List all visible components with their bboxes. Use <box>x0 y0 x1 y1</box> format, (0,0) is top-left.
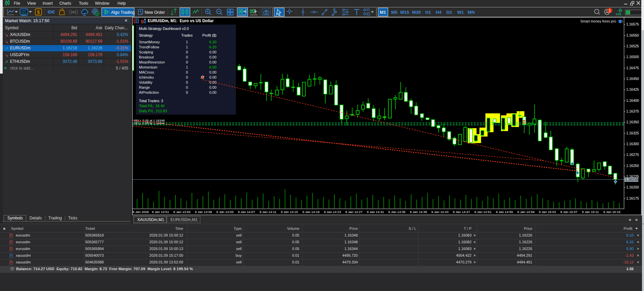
svg-text:Total Trades: 3: Total Trades: 3 <box>139 99 163 103</box>
svg-text:H4: H4 <box>436 10 442 15</box>
svg-text:9 Jan 15:15: 9 Jan 15:15 <box>603 210 621 214</box>
svg-text:0.00: 0.00 <box>209 50 216 54</box>
svg-text:9 Jan 14:19: 9 Jan 14:19 <box>302 210 319 214</box>
svg-text:9 Jan 14:35: 9 Jan 14:35 <box>388 210 406 214</box>
svg-text:MeanReversion: MeanReversion <box>139 60 165 64</box>
svg-text:0: 0 <box>186 80 188 84</box>
svg-text:1.16175: 1.16175 <box>626 196 639 200</box>
svg-text:Volatility: Volatility <box>139 80 153 84</box>
svg-text:1.16375: 1.16375 <box>626 109 639 113</box>
svg-text:EURUSDm, M1: Euro vs US Dolla: EURUSDm, M1: Euro vs US Dollar <box>148 18 214 23</box>
svg-text:6.20: 6.20 <box>209 45 216 49</box>
svg-text:1.16275: 1.16275 <box>626 153 639 157</box>
svg-text:1: 1 <box>609 8 611 13</box>
svg-text:Algo Trading: Algo Trading <box>111 10 135 15</box>
svg-text:9 Jan 2026: 9 Jan 2026 <box>133 210 149 214</box>
svg-text:Smart money forex pro: Smart money forex pro <box>580 19 616 23</box>
svg-text:SmartMoney: SmartMoney <box>139 40 160 44</box>
svg-text:0: 0 <box>186 90 188 94</box>
svg-text:AIPrediction: AIPrediction <box>139 90 159 94</box>
svg-text:0: 0 <box>186 85 188 89</box>
svg-text:Multi-Strategy Dashboard v3.0: Multi-Strategy Dashboard v3.0 <box>139 27 189 31</box>
svg-text:LVL: LVL <box>616 12 622 16</box>
svg-text:1.16525: 1.16525 <box>626 44 639 48</box>
svg-text:0.00: 0.00 <box>209 75 216 79</box>
svg-text:9 Jan 14:23: 9 Jan 14:23 <box>324 210 341 214</box>
svg-text:W1: W1 <box>457 10 464 15</box>
svg-text:9 Jan 14:47: 9 Jan 14:47 <box>453 210 470 214</box>
svg-text:H1: H1 <box>425 10 431 15</box>
svg-text:1.16425: 1.16425 <box>626 87 639 91</box>
svg-text:1.16250: 1.16250 <box>626 164 639 168</box>
svg-text:Trades: Trades <box>181 33 193 37</box>
svg-text:0: 0 <box>186 50 188 54</box>
svg-text:IDE: IDE <box>48 9 55 14</box>
svg-text:9 Jan 14:15: 9 Jan 14:15 <box>281 210 298 214</box>
svg-text:1.16475: 1.16475 <box>626 66 639 70</box>
svg-text:D1: D1 <box>446 10 452 15</box>
svg-text:9 Jan 14:11: 9 Jan 14:11 <box>259 210 276 214</box>
svg-text:1.16400: 1.16400 <box>626 98 639 102</box>
svg-text:1.16325: 1.16325 <box>626 131 639 135</box>
svg-text:$: $ <box>37 9 40 15</box>
svg-text:0.00: 0.00 <box>209 80 216 84</box>
svg-text:1: 1 <box>186 65 188 69</box>
svg-text:9 Jan 14:07: 9 Jan 14:07 <box>238 210 255 214</box>
svg-text:9 Jan 14:03: 9 Jan 14:03 <box>216 210 234 214</box>
svg-text:9 Jan 14:59: 9 Jan 14:59 <box>517 210 534 214</box>
svg-text:Breakout: Breakout <box>139 55 154 59</box>
svg-text:9 Jan 14:55: 9 Jan 14:55 <box>496 210 513 214</box>
svg-text:Daily P/L: 212.83: Daily P/L: 212.83 <box>139 109 167 113</box>
svg-text:Profit ($): Profit ($) <box>202 33 216 37</box>
svg-text:9 Jan 14:27: 9 Jan 14:27 <box>345 210 362 214</box>
svg-text:1.16200: 1.16200 <box>626 185 639 189</box>
svg-text:1.16218: 1.16218 <box>625 177 638 181</box>
svg-text:9 Jan 14:43: 9 Jan 14:43 <box>431 210 449 214</box>
svg-text:Range: Range <box>139 85 150 89</box>
svg-text:1: 1 <box>186 45 188 49</box>
svg-text:9 Jan 15:11: 9 Jan 15:11 <box>582 210 599 214</box>
svg-text:MACross: MACross <box>139 70 154 74</box>
svg-text:1.16575: 1.16575 <box>626 22 639 26</box>
svg-text:9 Jan 15:03: 9 Jan 15:03 <box>539 210 556 214</box>
svg-text:Momentum: Momentum <box>139 65 157 69</box>
svg-text:M5: M5 <box>391 10 398 15</box>
svg-text:TrendFollow: TrendFollow <box>139 45 159 49</box>
svg-text:Ichimoku: Ichimoku <box>139 75 154 79</box>
svg-text:0.00: 0.00 <box>209 85 216 89</box>
svg-text:Total P/L: 18.40: Total P/L: 18.40 <box>139 104 164 108</box>
svg-text:0: 0 <box>186 60 188 64</box>
svg-text:0.00: 0.00 <box>209 55 216 59</box>
svg-text:0: 0 <box>186 75 188 79</box>
svg-text:9 Jan 15:07: 9 Jan 15:07 <box>560 210 578 214</box>
svg-text:SELL 0.05 at 1.16344: SELL 0.05 at 1.16344 <box>134 121 165 125</box>
svg-text:6.20: 6.20 <box>209 40 216 44</box>
svg-text:0.00: 0.00 <box>209 70 216 74</box>
svg-text:9 Jan 13:59: 9 Jan 13:59 <box>195 210 212 214</box>
svg-text:0.00: 0.00 <box>209 90 216 94</box>
svg-text:0: 0 <box>186 70 188 74</box>
svg-text:9 Jan 14:51: 9 Jan 14:51 <box>474 210 491 214</box>
svg-text:1.16300: 1.16300 <box>626 142 639 146</box>
svg-text:9 Jan 13:51: 9 Jan 13:51 <box>152 210 169 214</box>
svg-text:MN: MN <box>468 10 475 15</box>
svg-text:6.00: 6.00 <box>209 65 216 69</box>
svg-text:New Order: New Order <box>145 10 165 15</box>
svg-text:9 Jan 13:55: 9 Jan 13:55 <box>173 210 191 214</box>
svg-text:1.16550: 1.16550 <box>626 33 639 37</box>
svg-text:9 Jan 14:39: 9 Jan 14:39 <box>410 210 427 214</box>
svg-text:0: 0 <box>186 55 188 59</box>
svg-text:1.16450: 1.16450 <box>626 77 639 81</box>
svg-text:Strategy: Strategy <box>139 33 153 37</box>
svg-text:9 Jan 14:31: 9 Jan 14:31 <box>367 210 384 214</box>
svg-text:1.16500: 1.16500 <box>626 55 639 59</box>
svg-text:M15: M15 <box>400 10 409 15</box>
svg-text:0.00: 0.00 <box>209 60 216 64</box>
svg-text:1.16350: 1.16350 <box>626 120 639 124</box>
svg-text:M30: M30 <box>412 10 421 15</box>
svg-text:M1: M1 <box>380 10 386 15</box>
svg-text:1: 1 <box>186 40 188 44</box>
svg-text:Scalping: Scalping <box>139 50 153 54</box>
